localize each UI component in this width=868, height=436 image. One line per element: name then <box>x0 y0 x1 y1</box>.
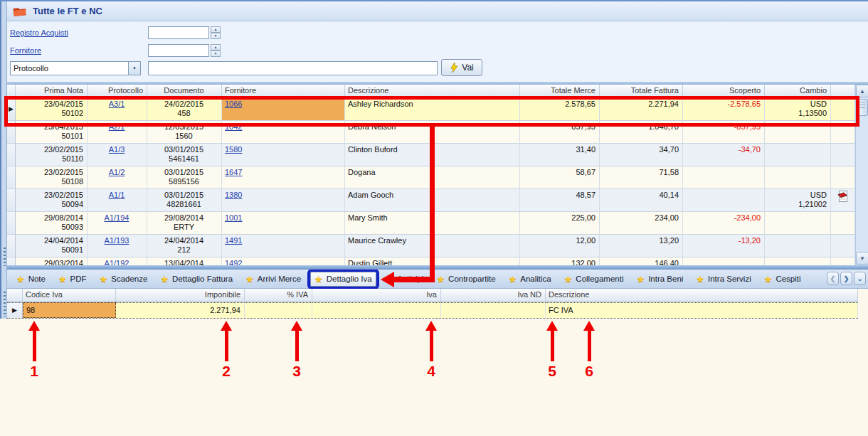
fornitore-link[interactable]: 1492 <box>225 259 242 265</box>
tab-intra-beni[interactable]: ★Intra Beni <box>633 272 687 287</box>
red-up-arrow-shaft <box>33 330 36 361</box>
column-header-gutter[interactable] <box>7 85 16 97</box>
horizontal-splitter[interactable] <box>0 265 868 270</box>
dropdown-arrow-icon[interactable]: ▼ <box>128 62 140 75</box>
tab-intra-servizi[interactable]: ★Intra Servizi <box>692 272 754 287</box>
fornitore-link[interactable]: 1066 <box>225 100 242 108</box>
fornitore-link[interactable]: 1491 <box>225 236 242 245</box>
fornitore-link[interactable]: 1001 <box>225 213 242 222</box>
column-header-cambio[interactable]: Cambio <box>765 85 831 97</box>
spinner-up-icon[interactable]: ▲ <box>211 26 221 33</box>
cell-icon <box>831 235 855 257</box>
table-row[interactable]: 29/08/201450093A1/19429/08/2014ERTY1001M… <box>7 212 855 235</box>
cell-gutter <box>7 235 16 257</box>
column-header-totale_fattura[interactable]: Totale Fattura <box>600 85 683 97</box>
detail-table-row[interactable]: ▶982.271,94FC IVA <box>7 302 858 319</box>
spinner-down-icon[interactable]: ▼ <box>211 33 221 39</box>
search-field-select[interactable]: Protocollo ▼ <box>10 61 141 75</box>
search-input[interactable] <box>148 61 438 75</box>
detail-column-header-descrizione[interactable]: Descrizione <box>546 289 858 302</box>
protocollo-link[interactable]: A1/3 <box>109 145 125 154</box>
scroll-down-button[interactable]: ▼ <box>856 252 868 265</box>
table-row[interactable]: ▶23/04/201550102A3/124/02/20154581066Ash… <box>7 98 855 121</box>
column-header-icon[interactable] <box>831 85 855 97</box>
registro-acquisti-input[interactable] <box>148 26 209 39</box>
fornitore-link[interactable]: 1647 <box>225 168 242 176</box>
table-row[interactable]: 23/04/201550101A2/112/03/201515601042Deb… <box>7 121 855 144</box>
star-icon: ★ <box>564 275 573 284</box>
cell-fornitore: 1380 <box>222 189 345 212</box>
cell-descrizione: Maurice Crawley <box>345 235 520 257</box>
column-header-prima_nota[interactable]: Prima Nota <box>16 85 88 97</box>
table-row[interactable]: 23/02/201550094A1/103/01/201548281661138… <box>7 189 855 212</box>
red-up-arrow-shaft <box>551 330 554 361</box>
splitter-handle[interactable] <box>4 292 6 317</box>
protocollo-link[interactable]: A1/192 <box>105 259 129 265</box>
tab-dettaglio-iva[interactable]: ★Dettaglio Iva <box>310 272 376 287</box>
detail-column-header-iva_nd[interactable]: Iva ND <box>441 289 546 302</box>
cell-totale_fattura: 40,14 <box>600 189 683 212</box>
tab-pdf[interactable]: ★PDF <box>55 272 90 287</box>
table-row[interactable]: 23/02/201550108A1/203/01/201558951561647… <box>7 166 855 189</box>
table-row[interactable]: 29/03/201450090A1/19213/04/20142131492Du… <box>7 257 855 265</box>
detail-column-header-iva[interactable]: Iva <box>312 289 441 302</box>
detail-column-header-codice_iva[interactable]: Codice Iva <box>23 289 116 302</box>
spinner-up-icon[interactable]: ▲ <box>211 44 221 50</box>
spinner-down-icon[interactable]: ▼ <box>211 50 221 57</box>
tab-cespiti[interactable]: ★Cespiti <box>761 272 805 287</box>
column-header-fornitore[interactable]: Fornitore <box>222 85 345 97</box>
protocollo-link[interactable]: A1/1 <box>109 191 125 199</box>
cell-totale_merce: 225,00 <box>520 212 600 235</box>
tab-nav-prev-button[interactable]: ❮ <box>827 272 839 285</box>
tab-dettaglio-fattura[interactable]: ★Dettaglio Fattura <box>157 272 236 287</box>
window-title-bar: Tutte le FT e NC <box>7 1 868 21</box>
column-header-scoperto[interactable]: Scoperto <box>683 85 765 97</box>
fornitore-link[interactable]: 1042 <box>225 122 242 131</box>
red-up-arrow-shaft <box>225 330 228 361</box>
tab-nav-next-button[interactable]: ❯ <box>840 272 852 285</box>
cell-descrizione: Dogana <box>345 166 520 189</box>
tab-collegamenti[interactable]: ★Collegamenti <box>561 272 628 287</box>
vertical-scrollbar[interactable]: ▲ ▼ <box>855 85 868 265</box>
iva-detail-grid-header: Codice IvaImponibile% IVAIvaIva NDDescri… <box>7 289 858 302</box>
scroll-up-button[interactable]: ▲ <box>856 85 868 97</box>
protocollo-link[interactable]: A1/2 <box>109 168 125 176</box>
fornitore-link[interactable]: 1580 <box>225 145 242 154</box>
fornitore-link[interactable]: 1380 <box>225 191 242 199</box>
fornitore-input[interactable] <box>148 44 209 57</box>
detail-column-header-gutter[interactable] <box>7 289 23 302</box>
cell-totale_fattura: 234,00 <box>600 212 683 235</box>
registro-acquisti-stepper[interactable]: ▲▼ <box>211 26 221 39</box>
tab-analitica[interactable]: ★Analitica <box>505 272 555 287</box>
protocollo-link[interactable]: A2/1 <box>109 122 125 131</box>
column-header-descrizione[interactable]: Descrizione <box>345 85 520 97</box>
tab-anticipi[interactable]: ★Anticipi <box>382 272 428 287</box>
vai-button[interactable]: Vai <box>441 59 482 76</box>
column-header-documento[interactable]: Documento <box>147 85 222 97</box>
protocollo-link[interactable]: A1/193 <box>105 236 129 245</box>
annotation-number: 4 <box>420 363 442 380</box>
detail-column-header-perc_iva[interactable]: % IVA <box>245 289 312 302</box>
tab-note[interactable]: ★Note <box>13 272 49 287</box>
fornitore-link[interactable]: Fornitore <box>10 46 41 55</box>
row-selector-arrow-icon: ▶ <box>9 105 14 112</box>
tab-scadenze[interactable]: ★Scadenze <box>96 272 152 287</box>
column-header-protocollo[interactable]: Protocollo <box>88 85 147 97</box>
scrollbar-thumb[interactable] <box>857 99 868 116</box>
cell-scoperto: -34,70 <box>683 144 765 166</box>
table-row[interactable]: 23/02/201550110A1/303/01/201554614611580… <box>7 144 855 166</box>
cell-documento: 13/04/2014213 <box>147 257 222 265</box>
column-header-totale_merce[interactable]: Totale Merce <box>520 85 600 97</box>
fornitore-stepper[interactable]: ▲▼ <box>211 44 221 57</box>
detail-column-header-imponibile[interactable]: Imponibile <box>116 289 245 302</box>
registro-acquisti-link[interactable]: Registro Acquisti <box>10 28 68 37</box>
protocollo-link[interactable]: A3/1 <box>109 100 125 108</box>
pdf-icon[interactable] <box>837 196 848 204</box>
protocollo-link[interactable]: A1/194 <box>105 213 129 222</box>
splitter-handle[interactable] <box>4 248 6 266</box>
tab-nav-more-button[interactable]: ⌄ <box>854 272 866 285</box>
tab-arrivi-merce[interactable]: ★Arrivi Merce <box>242 272 305 287</box>
table-row[interactable]: 24/04/201450091A1/19324/04/20142121491Ma… <box>7 235 855 257</box>
detail-cell-gutter: ▶ <box>7 302 23 318</box>
tab-contropartite[interactable]: ★Contropartite <box>433 272 499 287</box>
